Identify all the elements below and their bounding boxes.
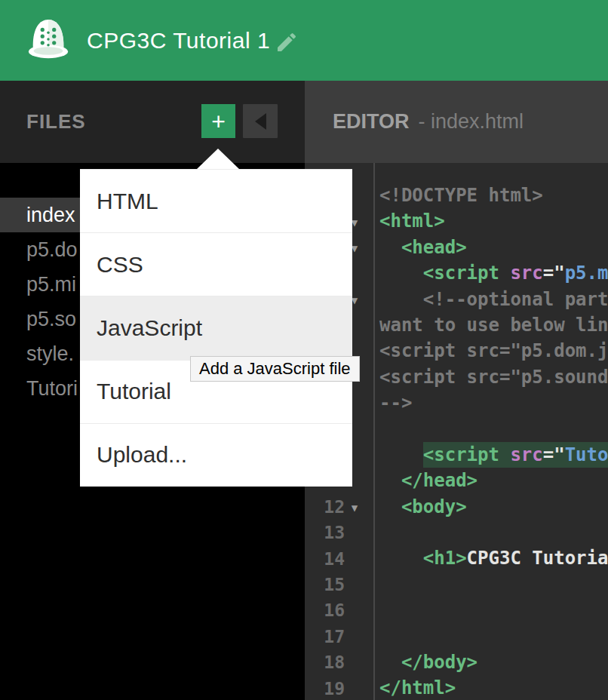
edit-title-pencil-icon[interactable]: [275, 30, 299, 54]
editor-current-filename: - index.html: [419, 110, 524, 134]
menu-item-javascript[interactable]: JavaScript: [80, 296, 352, 359]
collapse-sidebar-button[interactable]: [243, 104, 278, 138]
fold-arrow-icon[interactable]: ▼: [345, 499, 364, 514]
fold-spacer: [345, 532, 364, 534]
code-line[interactable]: <h1>CPG3C Tutoria: [379, 545, 608, 571]
code-line[interactable]: </html>: [379, 675, 608, 700]
files-label: FILES: [26, 81, 86, 163]
code-line[interactable]: <html>: [379, 208, 608, 234]
editor-label: EDITOR: [333, 110, 410, 134]
add-file-dropdown-menu: HTMLCSSJavaScriptTutorialUpload...: [80, 169, 352, 487]
code-line[interactable]: [379, 597, 608, 623]
editor-header-bar: EDITOR - index.html: [305, 81, 608, 163]
fold-spacer: [345, 609, 364, 612]
code-line[interactable]: <!--optional part: [379, 287, 608, 312]
fold-spacer: [345, 687, 364, 689]
code-content[interactable]: <!DOCTYPE html><html> <head> <script src…: [375, 163, 608, 700]
project-title: CPG3C Tutorial 1: [87, 0, 270, 81]
line-number: 12: [305, 497, 345, 517]
code-line[interactable]: [379, 572, 608, 597]
code-line[interactable]: <script src="Tuto: [379, 442, 608, 468]
code-line[interactable]: -->: [379, 390, 608, 416]
dropdown-caret-up-icon: [197, 149, 239, 169]
code-line[interactable]: [379, 416, 608, 442]
code-line[interactable]: want to use below lin: [379, 312, 608, 338]
project-header: CPG3C Tutorial 1: [0, 0, 608, 81]
code-line[interactable]: <body>: [379, 494, 608, 520]
line-number: 19: [305, 679, 345, 698]
thimble-app: CPG3C Tutorial 1 FILES + EDITOR - index.…: [0, 0, 608, 700]
code-line[interactable]: [379, 520, 608, 545]
code-line[interactable]: </body>: [379, 649, 608, 675]
fold-spacer: [345, 584, 364, 586]
add-javascript-tooltip: Add a JavaScript file: [190, 356, 360, 382]
menu-item-upload[interactable]: Upload...: [80, 423, 352, 487]
line-number: 14: [305, 549, 345, 569]
line-number: 16: [305, 600, 345, 620]
add-file-button[interactable]: +: [201, 104, 235, 138]
collapse-left-arrow-icon: [255, 113, 266, 130]
code-line[interactable]: <script src="p5.m: [379, 260, 608, 286]
fold-spacer: [345, 635, 364, 637]
menu-item-html[interactable]: HTML: [80, 169, 352, 232]
thimble-logo-icon[interactable]: [25, 17, 72, 61]
menu-item-css[interactable]: CSS: [80, 232, 352, 296]
fold-spacer: [345, 662, 364, 664]
highlighted-code-range: <script src="Tuto: [423, 442, 608, 468]
code-line[interactable]: <script src="p5.dom.j: [379, 338, 608, 364]
line-number: 13: [305, 523, 345, 542]
line-number: 17: [305, 627, 345, 646]
line-number: 18: [305, 652, 345, 672]
code-line[interactable]: <head>: [379, 235, 608, 260]
code-line[interactable]: [379, 624, 608, 649]
code-line[interactable]: <script src="p5.sound: [379, 364, 608, 390]
code-line[interactable]: <!DOCTYPE html>: [379, 183, 608, 208]
code-line[interactable]: </head>: [379, 468, 608, 493]
fold-spacer: [345, 557, 364, 560]
line-number: 15: [305, 575, 345, 594]
